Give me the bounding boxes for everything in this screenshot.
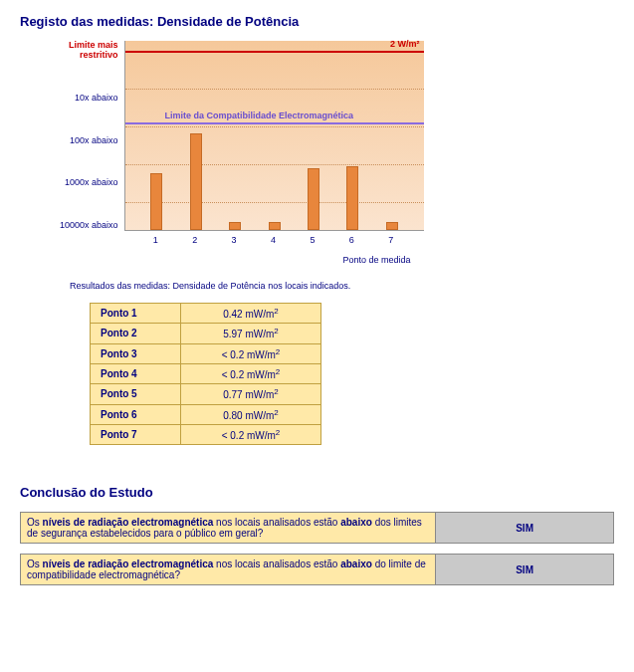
bar-3 [229, 222, 241, 230]
conclusion-row-1: Os níveis de radiação electromagnética n… [20, 512, 614, 544]
table-row: Ponto 50.77 mW/m2 [91, 384, 321, 404]
ylabel-10x: 10x abaixo [75, 93, 118, 103]
table-row: Ponto 60.80 mW/m2 [91, 404, 321, 424]
ylabel-limit: Limite maisrestritivo [69, 41, 118, 61]
x-tick: 1 [149, 235, 161, 245]
row-label: Ponto 3 [91, 343, 181, 363]
answer-2: SIM [436, 555, 614, 585]
row-label: Ponto 2 [91, 324, 181, 343]
x-axis-labels: 1234567 [124, 231, 423, 245]
page-title: Registo das medidas: Densidade de Potênc… [20, 14, 614, 29]
table-row: Ponto 10.42 mW/m2 [91, 304, 321, 324]
question-2: Os níveis de radiação electromagnética n… [21, 555, 436, 585]
row-label: Ponto 7 [91, 424, 181, 444]
answer-1: SIM [436, 513, 614, 544]
row-value: < 0.2 mW/m2 [181, 363, 321, 383]
chart-container: Limite maisrestritivo 10x abaixo 100x ab… [60, 41, 614, 265]
row-label: Ponto 5 [91, 384, 181, 404]
bar-1 [150, 173, 162, 230]
conclusion-title: Conclusão do Estudo [20, 485, 614, 500]
row-value: < 0.2 mW/m2 [181, 424, 321, 444]
x-tick: 5 [307, 235, 318, 245]
row-value: 0.42 mW/m2 [181, 304, 321, 324]
ylabel-10000x: 10000x abaixo [60, 220, 118, 230]
table-row: Ponto 25.97 mW/m2 [91, 324, 321, 343]
row-label: Ponto 4 [91, 363, 181, 383]
table-row: Ponto 3< 0.2 mW/m2 [91, 343, 321, 363]
bar-7 [386, 222, 398, 230]
question-1: Os níveis de radiação electromagnética n… [21, 513, 436, 544]
x-tick: 2 [189, 235, 201, 245]
ylabel-100x: 100x abaixo [70, 135, 118, 145]
bar-6 [346, 166, 358, 230]
bar-2 [190, 133, 202, 230]
row-value: 5.97 mW/m2 [181, 324, 321, 343]
chart-plot: 2 W/m² Limite da Compatibilidade Electro… [124, 41, 424, 231]
x-tick: 7 [385, 235, 397, 245]
row-value: < 0.2 mW/m2 [181, 343, 321, 363]
x-axis-title: Ponto de medida [343, 255, 424, 265]
table-row: Ponto 4< 0.2 mW/m2 [91, 363, 321, 383]
conclusion-row-2: Os níveis de radiação electromagnética n… [20, 554, 614, 585]
bar-5 [308, 168, 319, 230]
x-tick: 6 [345, 235, 357, 245]
bar-4 [269, 222, 281, 230]
y-axis-labels: Limite maisrestritivo 10x abaixo 100x ab… [60, 41, 124, 230]
x-tick: 4 [268, 235, 280, 245]
row-label: Ponto 1 [91, 304, 181, 324]
table-row: Ponto 7< 0.2 mW/m2 [91, 424, 321, 444]
row-value: 0.80 mW/m2 [181, 404, 321, 424]
chart-caption: Resultados das medidas: Densidade de Pot… [70, 281, 614, 291]
row-value: 0.77 mW/m2 [181, 384, 321, 404]
x-tick: 3 [228, 235, 240, 245]
ylabel-1000x: 1000x abaixo [65, 177, 118, 187]
results-table: Ponto 10.42 mW/m2Ponto 25.97 mW/m2Ponto … [90, 303, 321, 445]
row-label: Ponto 6 [91, 404, 181, 424]
